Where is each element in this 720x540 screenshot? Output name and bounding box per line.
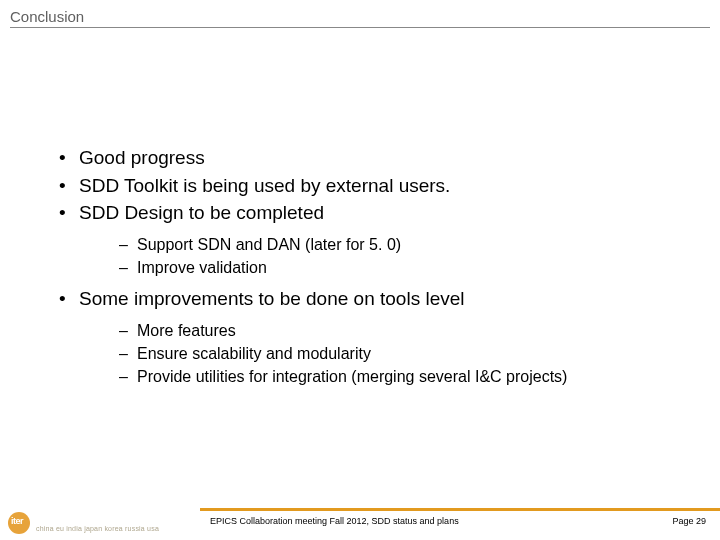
footer-meeting-text: EPICS Collaboration meeting Fall 2012, S…	[210, 516, 459, 526]
iter-logo: china eu india japan korea russia usa	[8, 512, 159, 534]
header-divider	[10, 27, 710, 28]
sub-bullet-list: More features Ensure scalability and mod…	[79, 319, 690, 389]
bullet-text: Some improvements to be done on tools le…	[79, 288, 465, 309]
sub-bullet-item: Support SDN and DAN (later for 5. 0)	[79, 233, 690, 256]
sub-bullet-item: Ensure scalability and modularity	[79, 342, 690, 365]
iter-logo-icon	[8, 512, 30, 534]
sub-bullet-item: More features	[79, 319, 690, 342]
slide-content: Good progress SDD Toolkit is being used …	[0, 34, 720, 388]
slide-header: Conclusion	[0, 0, 720, 34]
bullet-item: SDD Design to be completed Support SDN a…	[55, 199, 690, 279]
footer-accent-bar	[200, 508, 720, 511]
slide-footer: china eu india japan korea russia usa EP…	[0, 508, 720, 540]
iter-members-text: china eu india japan korea russia usa	[36, 525, 159, 534]
bullet-item: Good progress	[55, 144, 690, 172]
main-bullet-list: Good progress SDD Toolkit is being used …	[55, 144, 690, 388]
sub-bullet-item: Provide utilities for integration (mergi…	[79, 365, 690, 388]
page-number: Page 29	[672, 516, 706, 526]
sub-bullet-list: Support SDN and DAN (later for 5. 0) Imp…	[79, 233, 690, 279]
bullet-item: Some improvements to be done on tools le…	[55, 285, 690, 388]
sub-bullet-item: Improve validation	[79, 256, 690, 279]
bullet-item: SDD Toolkit is being used by external us…	[55, 172, 690, 200]
bullet-text: SDD Design to be completed	[79, 202, 324, 223]
slide-title: Conclusion	[10, 8, 710, 25]
